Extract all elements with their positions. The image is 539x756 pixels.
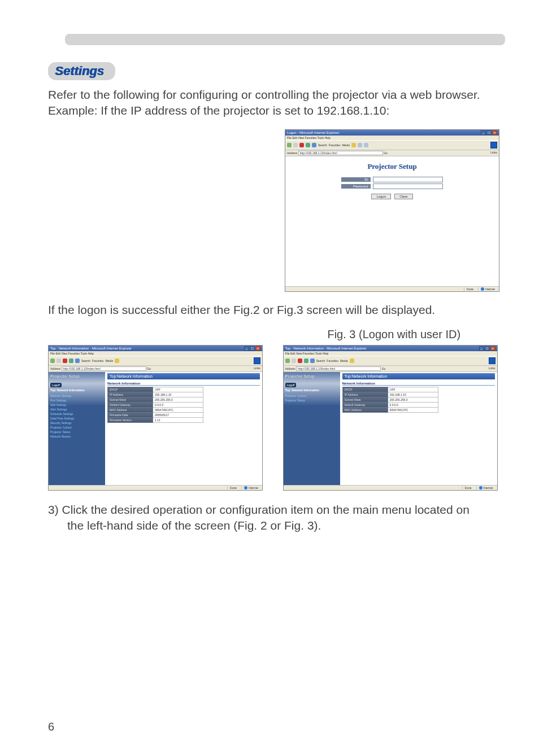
minimize-icon[interactable]: _ — [244, 346, 249, 351]
minimize-icon[interactable]: _ — [481, 130, 486, 135]
table-row: MAC Address000A740C47C — [108, 408, 203, 413]
table-row: DHCPOFF — [108, 387, 203, 392]
sidebar-item[interactable]: Alert Settings — [50, 408, 103, 411]
network-info-table: DHCPOFFIP Address192.168.1.10Subnet Mask… — [342, 387, 438, 413]
address-input[interactable]: http://192.168.1.10/index.html — [296, 366, 381, 371]
address-input[interactable]: http://192.168.1.10/index.html — [298, 151, 383, 155]
search-label[interactable]: Search — [316, 359, 325, 362]
favorites-label[interactable]: Favorites — [329, 143, 341, 147]
home-icon[interactable] — [312, 143, 316, 147]
logon-button[interactable]: Logon — [371, 194, 391, 199]
sidebar-item[interactable]: Projector Status — [285, 399, 338, 402]
favorites-label[interactable]: Favorites — [92, 359, 104, 362]
forward-icon[interactable] — [293, 143, 298, 147]
password-input[interactable] — [373, 183, 443, 189]
stop-icon[interactable] — [63, 359, 67, 363]
password-label: Password: — [341, 184, 371, 189]
links-label[interactable]: Links — [254, 366, 260, 370]
page-number: 6 — [48, 720, 54, 733]
fig2-sidebar: Projector Setup Logoff Top: Network Info… — [49, 372, 105, 485]
table-row: MAC Address000A740C47C — [342, 408, 438, 413]
stop-icon[interactable] — [298, 359, 302, 363]
address-input[interactable]: http://192.168.1.10/index.html — [62, 366, 146, 371]
back-icon[interactable] — [287, 143, 292, 147]
home-icon[interactable] — [310, 359, 315, 363]
fig1-menubar[interactable]: File Edit View Favorites Tools Help — [285, 136, 499, 140]
history-icon[interactable] — [115, 359, 119, 363]
maximize-icon[interactable]: □ — [485, 346, 490, 351]
fig3-statusbar: Done Internet — [284, 485, 497, 490]
go-button[interactable]: Go — [382, 367, 386, 370]
sidebar-top-block[interactable]: Top: Network Information — [285, 388, 338, 392]
ie-logo-icon — [490, 142, 497, 148]
sidebar-item[interactable]: Port Settings — [50, 399, 103, 402]
mail-icon[interactable] — [358, 143, 362, 147]
sidebar-title: Projector Setup — [50, 374, 103, 378]
address-label: Address — [285, 367, 295, 370]
id-input[interactable] — [373, 177, 443, 182]
search-label[interactable]: Search — [318, 143, 327, 147]
print-icon[interactable] — [364, 143, 368, 147]
refresh-icon[interactable] — [306, 143, 310, 147]
home-icon[interactable] — [75, 359, 80, 363]
projector-setup-heading: Projector Setup — [341, 162, 443, 171]
fig2-browser-window: Top : Network Information - Microsoft In… — [48, 345, 263, 491]
fig2-address-bar: Address http://192.168.1.10/index.html G… — [49, 366, 262, 372]
maximize-icon[interactable]: □ — [486, 130, 492, 135]
breadcrumb: Top:Network Information — [342, 373, 495, 379]
zone-label: Internet — [484, 486, 493, 490]
links-label[interactable]: Links — [489, 366, 495, 370]
forward-icon[interactable] — [56, 359, 61, 363]
table-value: 000A740C47C — [388, 408, 438, 413]
sidebar-item[interactable]: Schedule Settings — [50, 412, 103, 416]
fig2-titlebar: Top : Network Information - Microsoft In… — [49, 346, 262, 351]
sidebar-item[interactable]: Network Restart — [50, 435, 103, 438]
fig3-browser-window: Top : Network Information - Microsoft In… — [283, 345, 498, 491]
links-label[interactable]: Links — [490, 151, 497, 154]
table-value: 1.11 — [153, 418, 203, 423]
address-label: Address — [287, 151, 297, 155]
ie-logo-icon — [254, 357, 260, 364]
fig2-content: Projector Setup Logoff Top: Network Info… — [49, 372, 262, 485]
close-icon[interactable]: × — [490, 346, 495, 351]
history-icon[interactable] — [350, 359, 354, 363]
go-button[interactable]: Go — [147, 367, 151, 370]
fig2-menubar[interactable]: File Edit View Favorites Tools Help — [49, 351, 262, 356]
close-icon[interactable]: × — [492, 130, 497, 135]
close-icon[interactable]: × — [255, 346, 260, 351]
sidebar-item[interactable]: Security Settings — [50, 421, 103, 425]
history-icon[interactable] — [351, 143, 356, 147]
favorites-label[interactable]: Favorites — [327, 359, 338, 362]
forward-icon[interactable] — [292, 359, 296, 363]
search-label[interactable]: Search — [81, 359, 90, 362]
sidebar-item[interactable]: Mail Settings — [50, 403, 103, 407]
stop-icon[interactable] — [299, 143, 304, 147]
refresh-icon[interactable] — [304, 359, 308, 363]
sidebar-item[interactable]: Date/Time Settings — [50, 417, 103, 420]
sidebar-top-block[interactable]: Top: Network Information — [50, 388, 103, 392]
logoff-button[interactable]: Logoff — [285, 383, 297, 387]
refresh-icon[interactable] — [69, 359, 73, 363]
sidebar-item[interactable]: Projector Control — [285, 394, 338, 397]
media-label[interactable]: Media — [340, 359, 348, 362]
media-label[interactable]: Media — [105, 359, 113, 362]
fig3-address-bar: Address http://192.168.1.10/index.html G… — [284, 366, 497, 372]
sidebar-item[interactable]: Network Settings — [50, 394, 103, 397]
sidebar-item[interactable]: Projector Control — [50, 426, 103, 429]
table-value: 0.0.0.0 — [388, 403, 438, 408]
fig1-title-text: Logon - Microsoft Internet Explorer — [287, 131, 339, 134]
media-label[interactable]: Media — [342, 143, 350, 147]
network-info-heading: Network Information — [107, 382, 260, 386]
go-button[interactable]: Go — [384, 151, 388, 155]
clear-button[interactable]: Clear — [394, 194, 412, 199]
maximize-icon[interactable]: □ — [250, 346, 255, 351]
back-icon[interactable] — [50, 359, 55, 363]
fig3-menubar[interactable]: File Edit View Favorites Tools Help — [284, 351, 497, 356]
back-icon[interactable] — [285, 359, 290, 363]
logoff-button[interactable]: Logoff — [50, 383, 62, 387]
table-key: MAC Address — [342, 408, 388, 413]
ie-logo-icon — [489, 357, 495, 364]
sidebar-item[interactable]: Projector Status — [50, 430, 103, 434]
minimize-icon[interactable]: _ — [479, 346, 484, 351]
intro-line-2: Example: If the IP address of the projec… — [48, 104, 389, 117]
